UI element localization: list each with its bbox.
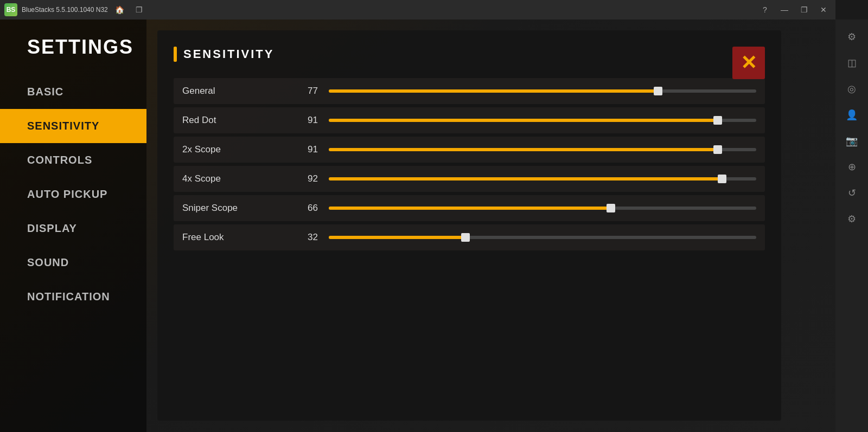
- minimize-button[interactable]: —: [777, 2, 792, 17]
- left-nav: SETTINGS BASIC SENSITIVITY CONTROLS AUTO…: [0, 20, 146, 432]
- titlebar: BS BlueStacks 5.5.100.1040 N32 🏠 ❐ ? — ❐…: [0, 0, 835, 20]
- slider-label: General: [182, 86, 291, 96]
- layers-icon[interactable]: ◫: [840, 51, 864, 75]
- slider-fill: [329, 207, 611, 210]
- slider-value: 66: [291, 203, 318, 214]
- close-button[interactable]: ✕: [816, 2, 831, 17]
- slider-value: 92: [291, 173, 318, 184]
- slider-track-container[interactable]: [329, 205, 756, 211]
- content-panel: ✕ SENSITIVITY General77Red Dot912x Scope…: [157, 30, 781, 421]
- settings-title: SETTINGS: [0, 30, 146, 75]
- restore-button[interactable]: ❐: [796, 2, 812, 17]
- slider-track-container[interactable]: [329, 234, 756, 241]
- section-header: SENSITIVITY: [174, 47, 765, 62]
- gear-icon[interactable]: ⚙: [840, 25, 864, 49]
- close-x-icon: ✕: [741, 53, 757, 73]
- slider-label: Free Look: [182, 232, 291, 243]
- slider-label: Sniper Scope: [182, 203, 291, 214]
- help-button[interactable]: ?: [757, 2, 773, 17]
- slider-track-container[interactable]: [329, 146, 756, 153]
- nav-basic[interactable]: BASIC: [0, 75, 146, 109]
- right-sidebar: ⚙ ◫ ◎ 👤 📷 ⊕ ↺ ⚙: [835, 20, 868, 432]
- sliders-container: General77Red Dot912x Scope914x Scope92Sn…: [174, 78, 765, 250]
- slider-value: 32: [291, 232, 318, 243]
- slider-thumb[interactable]: [654, 87, 662, 95]
- slider-label: 4x Scope: [182, 173, 291, 184]
- location-icon[interactable]: ⊕: [840, 155, 864, 179]
- slider-thumb[interactable]: [713, 145, 722, 154]
- slider-fill: [329, 89, 658, 93]
- slider-thumb[interactable]: [713, 116, 722, 125]
- refresh-icon[interactable]: ↺: [840, 181, 864, 205]
- slider-value: 91: [291, 144, 318, 155]
- slider-row-free-look: Free Look32: [174, 224, 765, 250]
- slider-fill: [329, 236, 465, 239]
- slider-row-red-dot: Red Dot91: [174, 107, 765, 133]
- app-title: BlueStacks 5.5.100.1040 N32: [22, 6, 108, 14]
- slider-fill: [329, 148, 718, 151]
- section-indicator: [174, 47, 177, 62]
- slider-fill: [329, 119, 718, 122]
- nav-sound[interactable]: SOUND: [0, 246, 146, 280]
- slider-row-general: General77: [174, 78, 765, 104]
- nav-notification[interactable]: NOTIFICATION: [0, 280, 146, 314]
- slider-value: 77: [291, 86, 318, 96]
- slider-track-container[interactable]: [329, 88, 756, 94]
- settings2-icon[interactable]: ⚙: [840, 207, 864, 231]
- nav-display[interactable]: DISPLAY: [0, 211, 146, 246]
- slider-value: 91: [291, 115, 318, 126]
- slider-thumb[interactable]: [718, 175, 726, 183]
- slider-track-container[interactable]: [329, 176, 756, 182]
- content-close-button[interactable]: ✕: [732, 47, 765, 79]
- slider-thumb[interactable]: [461, 233, 470, 242]
- camera-icon[interactable]: 📷: [840, 129, 864, 153]
- slider-thumb[interactable]: [607, 204, 615, 212]
- slider-row-4x-scope: 4x Scope92: [174, 166, 765, 192]
- home-button[interactable]: 🏠: [112, 2, 127, 17]
- circle-icon[interactable]: ◎: [840, 77, 864, 101]
- slider-label: Red Dot: [182, 115, 291, 126]
- nav-sensitivity[interactable]: SENSITIVITY: [0, 109, 146, 143]
- main-content: SETTINGS BASIC SENSITIVITY CONTROLS AUTO…: [0, 20, 835, 432]
- nav-auto-pickup[interactable]: AUTO PICKUP: [0, 177, 146, 211]
- app-logo: BS: [4, 3, 17, 16]
- nav-controls[interactable]: CONTROLS: [0, 143, 146, 177]
- slider-fill: [329, 177, 722, 180]
- slider-row-sniper-scope: Sniper Scope66: [174, 195, 765, 221]
- slider-label: 2x Scope: [182, 144, 291, 155]
- slider-row-2x-scope: 2x Scope91: [174, 137, 765, 163]
- copy-button[interactable]: ❐: [132, 2, 147, 17]
- slider-track-container[interactable]: [329, 117, 756, 124]
- section-title: SENSITIVITY: [183, 47, 274, 61]
- profile-icon[interactable]: 👤: [840, 103, 864, 127]
